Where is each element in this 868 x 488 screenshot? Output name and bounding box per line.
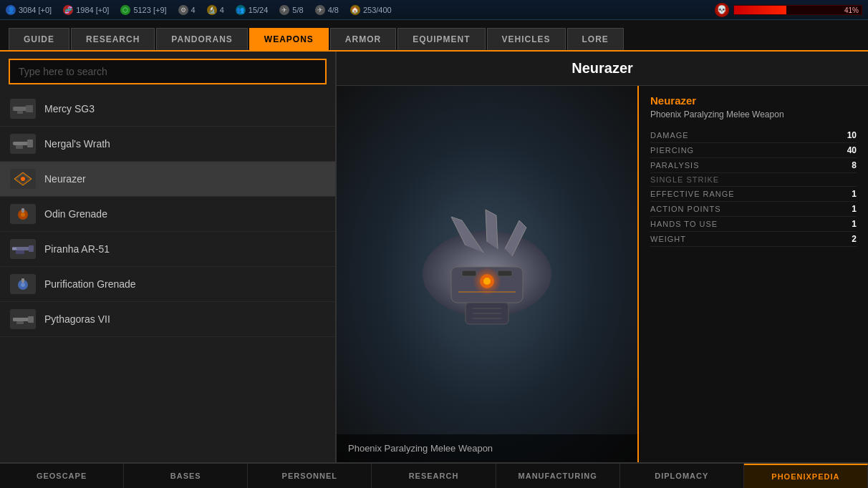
list-item-neurazer[interactable]: Neurazer: [0, 162, 335, 197]
content-area: Mercy SG3 Nergal's Wrath: [0, 52, 868, 462]
item-name-nergals-wrath: Nergal's Wrath: [44, 138, 110, 150]
tab-equipment[interactable]: EQUIPMENT: [397, 28, 485, 50]
svg-point-8: [21, 177, 25, 181]
stat-action-points: ACTION POINTS 1: [650, 202, 857, 217]
list-item[interactable]: Piranha AR-51: [0, 232, 335, 267]
tab-research[interactable]: RESEARCH: [71, 28, 155, 50]
stat-single-strike: SINGLE STRIKE: [650, 173, 857, 187]
stat-hands-to-use: HANDS TO USE 1: [650, 217, 857, 232]
tab-vehicles[interactable]: VEHICLES: [487, 28, 566, 50]
detail-body: Phoenix Paralyzing Melee Weapon Neurazer…: [337, 86, 868, 462]
list-item[interactable]: Mercy SG3: [0, 92, 335, 127]
stat-label-effective-range: EFFECTIVE RANGE: [650, 190, 735, 198]
stat-value-piercing: 40: [847, 145, 857, 155]
bottom-nav: GEOSCAPE BASES PERSONNEL RESEARCH MANUFA…: [0, 462, 868, 488]
stat-piercing: PIERCING 40: [650, 143, 857, 158]
stat-label-hands-to-use: HANDS TO USE: [650, 220, 718, 228]
stat-label-paralysis: PARALYSIS: [650, 161, 700, 170]
tech-icon: ⚙: [178, 5, 188, 15]
stat-value-damage: 10: [847, 130, 857, 140]
weapon-description: Phoenix Paralyzing Melee Weapon: [337, 434, 637, 462]
svg-rect-20: [28, 316, 34, 323]
stat-effective-range: EFFECTIVE RANGE 1: [650, 187, 857, 202]
stat-value-paralysis: 8: [852, 160, 857, 170]
tab-lore[interactable]: LORE: [567, 28, 624, 50]
stat-scientists: 🔬 4: [207, 5, 224, 15]
item-name-purification-grenade: Purification Grenade: [44, 278, 136, 290]
svg-rect-10: [21, 208, 24, 213]
item-icon-piranha-ar51: [10, 239, 36, 259]
stat-damage: DAMAGE 10: [650, 128, 857, 143]
list-item[interactable]: Purification Grenade: [0, 267, 335, 302]
svg-rect-21: [16, 321, 24, 324]
mutagens-icon: 🧬: [63, 5, 73, 15]
item-name-pythagoras-vii: Pythagoras VII: [44, 313, 110, 325]
weapon-svg: [380, 202, 594, 346]
stat-weapon-type: Phoenix Paralyzing Melee Weapon: [650, 109, 857, 119]
item-name-mercy-sg3: Mercy SG3: [44, 103, 95, 114]
svg-rect-5: [16, 145, 23, 149]
weapon-image-area: Phoenix Paralyzing Melee Weapon: [337, 86, 637, 462]
personnel-icon: 👥: [236, 5, 246, 15]
health-bar: 41%: [733, 5, 862, 15]
stat-label-damage: DAMAGE: [650, 131, 689, 140]
search-input[interactable]: [9, 59, 327, 84]
stat-fighters: ✈ 4/8: [315, 5, 339, 15]
svg-rect-28: [498, 270, 512, 276]
item-name-neurazer: Neurazer: [44, 173, 86, 185]
bottom-nav-research[interactable]: RESEARCH: [372, 464, 496, 488]
item-icon-neurazer: [10, 169, 36, 189]
svg-rect-27: [462, 270, 476, 276]
stat-tech: ⚙ 4: [178, 5, 196, 15]
aircraft-icon: ✈: [279, 5, 289, 15]
list-item[interactable]: Pythagoras VII: [0, 302, 335, 337]
main-tabs: GUIDE RESEARCH PANDORANS WEAPONS ARMOR E…: [0, 20, 868, 52]
top-bar: 👤 3084 [+0] 🧬 1984 [+0] ⬡ 5123 [+9] ⚙ 4 …: [0, 0, 868, 20]
bottom-nav-personnel[interactable]: PERSONNEL: [248, 464, 372, 488]
skull-icon: 💀: [715, 3, 729, 17]
stat-label-action-points: ACTION POINTS: [650, 205, 721, 213]
tab-weapons[interactable]: WEAPONS: [249, 28, 329, 50]
list-item[interactable]: Odin Grenade: [0, 197, 335, 232]
stat-weapon-name: Neurazer: [650, 94, 857, 107]
bottom-nav-bases[interactable]: BASES: [124, 464, 248, 488]
bottom-nav-manufacturing[interactable]: MANUFACTURING: [496, 464, 620, 488]
stat-personnel: 👥 15/24: [236, 5, 269, 15]
stats-panel: Neurazer Phoenix Paralyzing Melee Weapon…: [637, 86, 868, 462]
item-icon-purification-grenade: [10, 274, 36, 294]
weapon-image: [372, 195, 602, 353]
bottom-nav-geoscape[interactable]: GEOSCAPE: [0, 464, 124, 488]
bottom-nav-diplomacy[interactable]: DIPLOMACY: [620, 464, 744, 488]
stat-value-hands-to-use: 1: [852, 219, 857, 229]
item-icon-odin-grenade: [10, 204, 36, 224]
item-name-piranha-ar51: Piranha AR-51: [44, 243, 110, 255]
stat-value-effective-range: 1: [852, 189, 857, 199]
svg-point-11: [21, 213, 25, 217]
svg-rect-13: [29, 245, 34, 252]
stat-bases: 🏠 253/400: [350, 5, 392, 15]
left-panel: Mercy SG3 Nergal's Wrath: [0, 52, 337, 462]
item-name-odin-grenade: Odin Grenade: [44, 208, 107, 220]
item-icon-nergals-wrath: [10, 134, 36, 154]
svg-rect-2: [17, 111, 23, 114]
item-icon-pythagoras-vii: [10, 309, 36, 329]
tab-pandorans[interactable]: PANDORANS: [156, 28, 247, 50]
bottom-nav-phoenixpedia[interactable]: PHOENIXPEDIA: [744, 464, 868, 488]
bases-icon: 🏠: [350, 5, 360, 15]
stat-aircraft: ✈ 5/8: [279, 5, 303, 15]
tab-guide[interactable]: GUIDE: [9, 28, 69, 50]
svg-point-26: [483, 278, 491, 285]
stat-materials: ⬡ 5123 [+9]: [120, 5, 166, 15]
soldiers-icon: 👤: [6, 5, 16, 15]
stat-label-single-strike: SINGLE STRIKE: [650, 175, 719, 184]
item-icon-mercy-sg3: [10, 99, 36, 119]
health-pct: 41%: [844, 6, 859, 16]
detail-title: Neurazer: [337, 52, 868, 86]
svg-rect-1: [26, 105, 33, 112]
health-container: 💀 41%: [715, 3, 862, 17]
svg-rect-14: [16, 250, 24, 254]
tab-armor[interactable]: ARMOR: [330, 28, 396, 50]
stat-soldiers: 👤 3084 [+0]: [6, 5, 52, 15]
list-item[interactable]: Nergal's Wrath: [0, 127, 335, 162]
stat-weight: WEIGHT 2: [650, 232, 857, 247]
